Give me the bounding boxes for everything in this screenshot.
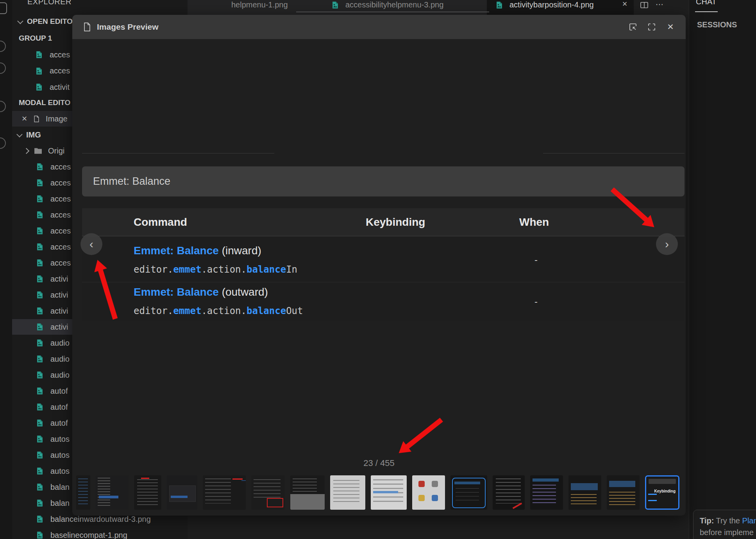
file-label: autos [50,451,70,460]
next-image-button[interactable]: › [656,233,678,255]
command-name: Emmet: Balance (inward) [134,245,261,257]
tab-chat[interactable]: CHAT [696,0,717,6]
preview-image-detail [82,153,274,153]
command-name-highlight: Emmet: Balance [134,286,219,298]
when-value: - [534,296,538,307]
thumbnail[interactable] [251,475,285,510]
image-file-icon [36,355,44,363]
tab-accessibilityhelpmenu-3.png[interactable]: accessibilityhelpmenu-3.png [323,0,487,15]
file-label: acces [50,227,71,236]
image-file-icon [36,259,44,267]
activity-bar-partial-icon[interactable] [0,62,6,74]
thumbnail[interactable] [203,475,246,510]
image-file-icon [36,371,44,379]
tip-text-line2: before impleme [700,528,754,537]
thumbnail[interactable] [568,475,601,510]
chevron-down-icon [17,18,23,24]
close-icon[interactable]: ✕ [665,22,676,32]
keybindings-search-box: Emmet: Balance [82,166,685,196]
close-icon[interactable]: ✕ [21,114,27,123]
thumbnail[interactable] [412,475,445,510]
file-label: balan [50,499,70,508]
thumbnail[interactable] [96,475,129,510]
image-file-icon [495,1,503,9]
activity-bar-partial-icon[interactable] [0,137,6,149]
activity-bar-partial-icon[interactable] [0,2,7,14]
tip-plan-link[interactable]: Plan [742,516,756,525]
file-label: acces [50,195,71,203]
thumbnail[interactable] [76,475,90,510]
tab-helpmenu-1.png[interactable]: helpmenu-1.png [188,0,323,15]
file-label: acces [50,243,71,252]
thumbnail[interactable] [330,475,365,510]
close-icon[interactable]: ✕ [622,0,627,8]
tip-box: Tip: Try the Plan before impleme [693,510,756,539]
list-item[interactable]: baselinecompat-1.png [12,527,188,539]
table-header-when: When [519,216,549,228]
section-label: MODAL EDITO [19,98,70,107]
command-name-highlight: Emmet: Balance [134,245,219,257]
section-label: GROUP 1 [19,34,52,43]
open-in-editor-icon[interactable] [628,22,638,32]
thumbnail[interactable] [167,475,197,510]
image-file-icon [36,275,44,283]
keybindings-table: CommandKeybindingWhenEmmet: Balance (inw… [82,208,685,321]
fullscreen-icon[interactable] [647,22,657,32]
chat-panel: CHAT SESSIONS Tip: Try the Plan before i… [689,0,756,539]
thumbnail[interactable] [450,475,487,510]
chevron-right-icon: › [665,237,669,251]
image-file-icon [36,163,44,171]
image-file-icon [36,483,44,491]
thumbnail[interactable] [493,475,525,510]
image-file-icon [36,243,44,251]
document-icon [33,115,40,123]
sessions-header: SESSIONS [697,20,737,29]
thumbnail[interactable] [371,475,407,510]
command-id-part: emmet [173,305,201,316]
images-preview-modal: Images Preview ✕ Emmet: Ba [72,15,686,516]
file-label: activi [50,275,68,284]
editor-tab-bar: ⋯ helpmenu-1.pngaccessibilityhelpmenu-3.… [188,0,689,15]
activity-bar-partial-icon[interactable] [0,101,6,112]
command-id-part: Out [286,305,303,316]
file-label: autof [50,403,68,412]
tab-activitybarposition-4.png[interactable]: activitybarposition-4.png✕ [487,0,634,15]
image-file-icon [36,451,44,459]
editor-actions: ⋯ [640,1,663,9]
more-actions-icon[interactable]: ⋯ [656,0,663,9]
thumbnail[interactable] [134,475,161,510]
file-label: audio [50,339,70,348]
previous-image-button[interactable]: ‹ [80,233,102,255]
search-value: Emmet: Balance [93,175,170,187]
table-header-command: Command [134,216,187,228]
modal-title-bar: Images Preview ✕ [72,15,686,39]
vscode-window: EXPLORER OPEN EDITO GROUP 1 accesaccesac… [0,0,756,539]
tab-label: accessibilityhelpmenu-3.png [345,0,443,9]
tab-scrollbar[interactable] [296,11,489,12]
image-file-icon [331,1,339,9]
thumbnail-selected[interactable]: Keybinding [645,475,679,510]
thumbnail[interactable] [530,475,563,510]
command-id-part: balance [247,264,286,275]
file-label: acces [50,66,70,75]
thumbnail[interactable] [290,475,325,510]
file-label: balan [50,483,70,492]
chevron-down-icon [16,131,23,137]
modal-title: Images Preview [97,22,159,32]
image-file-icon [36,515,44,523]
image-file-icon [36,227,44,235]
image-file-icon [36,339,44,347]
thumbnail[interactable] [607,475,640,510]
file-label: autof [50,419,68,428]
modal-actions: ✕ [628,15,676,39]
image-file-icon [36,211,44,219]
file-label: balanceinwardoutward-3.png [50,515,151,524]
activity-bar-partial-icon[interactable] [0,41,6,52]
command-id-part: .action. [201,264,247,275]
section-label: IMG [26,130,41,139]
command-name: Emmet: Balance (outward) [134,286,268,298]
split-editor-icon[interactable] [640,1,649,9]
section-label: OPEN EDITO [27,17,73,26]
folder-label: Origi [48,146,64,155]
image-file-icon [36,419,44,427]
